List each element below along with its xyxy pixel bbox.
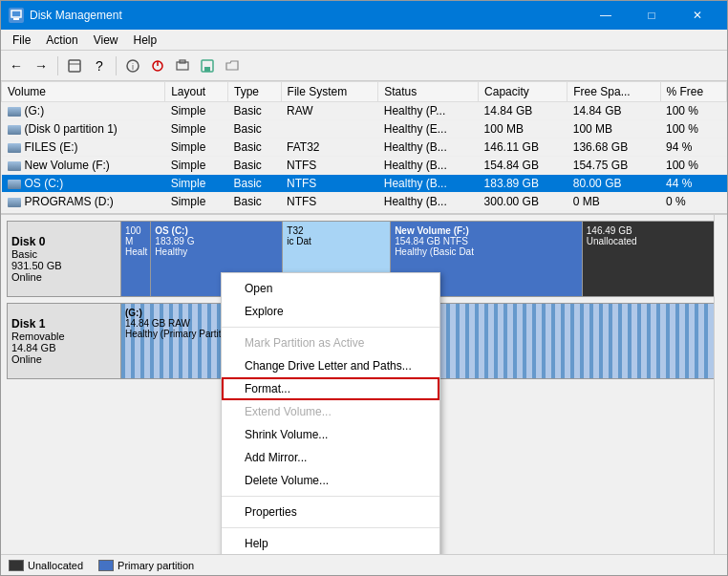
ctx-delete[interactable]: Delete Volume... [222,469,439,492]
table-cell: 100 % [660,157,727,175]
help-button[interactable]: ? [88,54,111,77]
table-cell: 100 MB [567,120,660,139]
ctx-sep-3 [222,527,439,528]
main-window: Disk Management — □ ✕ File Action View H… [0,0,728,576]
ctx-add-mirror[interactable]: Add Mirror... [222,446,439,469]
menu-help[interactable]: Help [126,32,165,49]
drive-icon [8,180,21,189]
table-cell: (G:) [2,102,165,120]
ctx-extend: Extend Volume... [222,400,439,423]
drive-icon [8,143,21,153]
seg-sub: 154.84 GB NTFS [395,236,578,246]
close-button[interactable]: ✕ [675,1,719,30]
table-cell: 0 MB [567,193,660,211]
volume-table-panel: Volume Layout Type File System Status Ca… [1,81,727,215]
refresh-button[interactable] [63,54,86,77]
table-cell: 14.84 GB [567,102,660,120]
disk0-name: Disk 0 [11,235,117,248]
table-cell: Basic [228,139,282,157]
menu-action[interactable]: Action [38,32,85,49]
disk1-status: Online [11,353,117,365]
save-button[interactable] [196,54,219,77]
format-button[interactable] [171,54,194,77]
seg-sub: Healt [125,246,146,257]
drive-icon [8,198,21,207]
disk0-size: 931.50 GB [11,260,117,271]
table-cell: Basic [228,120,282,139]
ctx-shrink[interactable]: Shrink Volume... [222,423,439,446]
table-row[interactable]: PROGRAMS (D:)SimpleBasicNTFSHealthy (B..… [2,193,727,211]
disk0-seg-unalloc[interactable]: 146.49 GB Unallocated [583,222,720,296]
maximize-button[interactable]: □ [630,1,674,30]
menu-view[interactable]: View [86,32,126,49]
ctx-format[interactable]: Format... [222,377,439,400]
seg-label: 146.49 GB [587,225,717,236]
window-controls: — □ ✕ [584,1,719,30]
open-button[interactable] [221,54,244,77]
legend-unallocated-label: Unallocated [28,560,83,571]
col-header-capacity[interactable]: Capacity [479,82,567,102]
table-cell: New Volume (F:) [2,157,165,175]
col-header-fs[interactable]: File System [281,82,378,102]
table-row[interactable]: New Volume (F:)SimpleBasicNTFSHealthy (B… [2,157,727,175]
table-row[interactable]: FILES (E:)SimpleBasicFAT32Healthy (B...1… [2,139,727,157]
table-cell: 0 % [660,193,727,211]
minimize-button[interactable]: — [584,1,628,30]
ctx-open[interactable]: Open [222,277,439,300]
ctx-change-letter[interactable]: Change Drive Letter and Paths... [222,354,439,377]
table-cell: RAW [281,102,378,120]
disk0-type: Basic [11,248,117,260]
drive-icon [8,161,21,171]
col-header-pct[interactable]: % Free [660,82,727,102]
ctx-explore[interactable]: Explore [222,300,439,323]
table-cell: Simple [165,193,228,211]
ctx-properties[interactable]: Properties [222,501,439,523]
table-cell: Simple [165,102,228,120]
table-cell: Simple [165,175,228,193]
table-cell: Simple [165,120,228,139]
table-cell: NTFS [281,157,378,175]
table-row[interactable]: OS (C:)SimpleBasicNTFSHealthy (B...183.8… [2,175,727,193]
context-menu: Open Explore Mark Partition as Active Ch… [221,272,440,554]
menu-file[interactable]: File [5,32,38,49]
table-cell: Healthy (E... [378,120,479,139]
table-cell: 100 % [660,102,727,120]
table-row[interactable]: (Disk 0 partition 1)SimpleBasicHealthy (… [2,120,727,139]
table-cell: FAT32 [281,139,378,157]
volume-table: Volume Layout Type File System Status Ca… [1,81,727,211]
table-cell: Healthy (B... [378,193,479,211]
bottom-scrollbar[interactable] [714,215,727,554]
toolbar: ← → ? i [1,51,727,81]
seg-sub: ic Dat [287,236,386,246]
table-cell: Healthy (B... [378,157,479,175]
drive-icon [8,107,21,117]
legend-primary-box [98,560,114,571]
properties-button[interactable]: i [121,54,144,77]
legend-unallocated: Unallocated [9,560,83,571]
table-cell: 44 % [660,175,727,193]
col-header-free[interactable]: Free Spa... [567,82,660,102]
table-cell: OS (C:) [2,175,165,193]
table-cell: 154.84 GB [479,157,567,175]
table-cell: NTFS [281,193,378,211]
toolbar-sep-2 [116,56,117,75]
col-header-type[interactable]: Type [228,82,282,102]
table-row[interactable]: (G:)SimpleBasicRAWHealthy (P...14.84 GB1… [2,102,727,120]
ctx-sep-1 [222,327,439,328]
table-cell: 94 % [660,139,727,157]
col-header-status[interactable]: Status [378,82,479,102]
back-button[interactable]: ← [5,54,28,77]
forward-button[interactable]: → [30,54,53,77]
table-cell: 154.75 GB [567,157,660,175]
rescan-button[interactable] [146,54,169,77]
table-cell: 300.00 GB [479,193,567,211]
table-cell: Healthy (P... [378,102,479,120]
col-header-layout[interactable]: Layout [165,82,228,102]
table-cell: PROGRAMS (D:) [2,193,165,211]
svg-text:i: i [132,62,134,72]
col-header-volume[interactable]: Volume [2,82,165,102]
table-cell: 80.00 GB [567,175,660,193]
ctx-help[interactable]: Help [222,532,439,554]
table-cell: Healthy (B... [378,175,479,193]
disk0-seg-boot[interactable]: 100 M Healt [121,222,151,296]
